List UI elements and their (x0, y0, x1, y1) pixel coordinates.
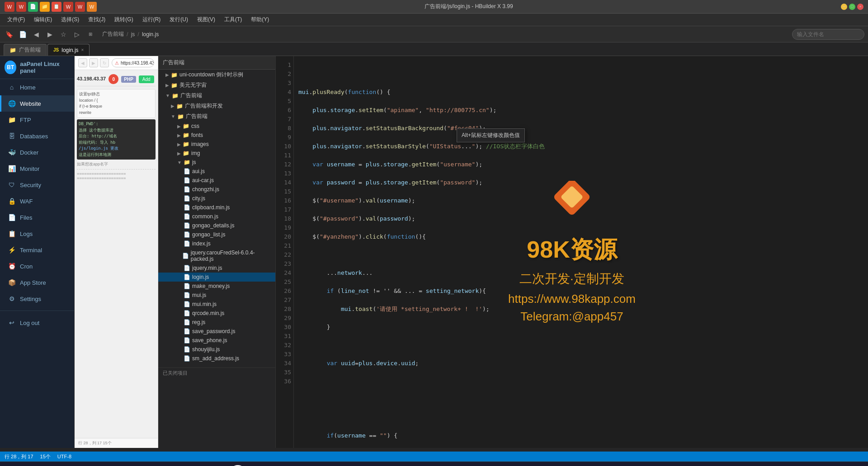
code-line-8: $("#username").val(username); (298, 197, 415, 204)
tree-item-guanggao[interactable]: ▼ 📁 广告前端 (158, 90, 275, 101)
sidebar-item-monitor[interactable]: 📊 Monitor (0, 160, 74, 177)
panel-forward-btn[interactable]: ▶ (89, 58, 98, 67)
tree-file-save-phone[interactable]: 📄save_phone.js (158, 336, 275, 345)
panel-text-line3: if (!-e $reque (79, 104, 153, 110)
panel-url-bar[interactable]: ⚠ https://43.198.43.37:8888 (112, 58, 154, 67)
sidebar-item-cron[interactable]: ⏰ Cron (0, 258, 74, 274)
toolbar-star[interactable]: ☆ (58, 29, 69, 40)
tree-item-meiyuan[interactable]: ▶ 📁 美元无字宙 (158, 80, 275, 90)
panel-back-btn[interactable]: ◀ (78, 58, 87, 67)
toolbar-icon-2[interactable]: 📄 (17, 29, 28, 40)
toolbar-play[interactable]: ▷ (71, 29, 82, 40)
sidebar-item-security[interactable]: 🛡 Security (0, 177, 74, 193)
sidebar-item-ftp[interactable]: 📁 FTP (0, 112, 74, 128)
sidebar-title: aaPanel Linux panel (20, 61, 70, 74)
sidebar-item-files[interactable]: 📄 Files (0, 209, 74, 226)
tree-item-images[interactable]: ▶ 📁 images (158, 140, 275, 149)
tree-file-mui-min[interactable]: 📄mui.min.js (158, 300, 275, 309)
breadcrumb-ad: 广告前端 (102, 30, 124, 38)
js-file-icon: 📄 (184, 168, 190, 174)
tree-file-chongzhi[interactable]: 📄chongzhi.js (158, 185, 275, 194)
js-file-icon: 📄 (184, 274, 190, 280)
tab-loginjs[interactable]: JS login.js × (47, 44, 90, 56)
tree-file-jquery-carou[interactable]: 📄jquery.carouFredSel-6.0.4-packed.js (158, 248, 275, 264)
tree-label: mui.min.js (192, 301, 217, 307)
sidebar-item-waf[interactable]: 🔒 WAF (0, 193, 74, 209)
sidebar-item-databases[interactable]: 🗄 Databases (0, 128, 74, 144)
panel-refresh-btn[interactable]: ↻ (100, 58, 109, 67)
menu-view[interactable]: 视图(V) (193, 14, 219, 25)
terminal-icon: ⚡ (8, 246, 15, 254)
code-lines[interactable]: mui.plusReady(function() { plus.storage.… (294, 56, 868, 448)
toolbar-forward[interactable]: ▶ (44, 29, 55, 40)
menu-file[interactable]: 文件(F) (4, 14, 28, 25)
tree-item-fonts[interactable]: ▶ 📁 fonts (158, 131, 275, 140)
tree-label: clipboard.min.js (192, 204, 230, 211)
js-file-icon: 📄 (184, 204, 190, 211)
tree-file-shouyijilu[interactable]: 📄shouyijilu.js (158, 345, 275, 354)
menu-select[interactable]: 选择(S) (57, 14, 83, 25)
close-button[interactable]: × (857, 4, 863, 10)
tab-guanggao[interactable]: 📁 广告前端 (4, 44, 47, 56)
tree-file-auicar[interactable]: 📄aui-car.js (158, 176, 275, 185)
sidebar-item-terminal[interactable]: ⚡ Terminal (0, 242, 74, 258)
sidebar-item-home[interactable]: ⌂ Home (0, 79, 74, 95)
tree-item-unicount[interactable]: ▶ 📁 uni-countdown 倒计时示例 (158, 70, 275, 80)
tree-item-js[interactable]: ▼ 📁 js (158, 158, 275, 167)
tree-file-qrcode[interactable]: 📄qrcode.min.js (158, 309, 275, 318)
toolbar-icon-1[interactable]: 🔖 (4, 29, 14, 40)
tree-file-save-pwd[interactable]: 📄save_password.js (158, 327, 275, 336)
toolbar-tab[interactable]: ⊞ (85, 29, 96, 40)
tree-file-login[interactable]: 📄login.js (158, 273, 275, 282)
tree-item-css[interactable]: ▶ 📁 css (158, 122, 275, 131)
menu-find[interactable]: 查找(J) (85, 14, 109, 25)
tree-file-common[interactable]: 📄common.js (158, 212, 275, 221)
tree-file-city[interactable]: 📄city.js (158, 194, 275, 203)
menu-edit[interactable]: 编辑(E) (30, 14, 56, 25)
sidebar-item-logs[interactable]: 📋 Logs (0, 226, 74, 242)
tree-file-make-money[interactable]: 📄make_money.js (158, 282, 275, 291)
tree-file-clipboard[interactable]: 📄clipboard.min.js (158, 203, 275, 212)
menu-help[interactable]: 帮助(Y) (247, 14, 273, 25)
panel-security-icon: ⚠ (115, 61, 119, 66)
scrollbar-horizontal[interactable] (0, 448, 868, 452)
menu-publish[interactable]: 发行(U) (166, 14, 192, 25)
maximize-button[interactable]: □ (849, 4, 855, 10)
tree-file-index[interactable]: 📄index.js (158, 239, 275, 248)
app-logo-orange: W (87, 2, 97, 12)
menu-run[interactable]: 运行(R) (139, 14, 165, 25)
panel-add-button[interactable]: Add (139, 75, 154, 83)
tree-label: shouyijilu.js (192, 346, 220, 353)
security-icon: 🛡 (8, 181, 15, 188)
tree-item-guanggao-dev[interactable]: ▶ 📁 广告前端和开发 (158, 101, 275, 111)
sidebar-item-docker[interactable]: 🐳 Docker (0, 144, 74, 160)
panel-content-area: ◀ ▶ ↻ ⚠ https://43.198.43.37:8888 43.198… (75, 56, 158, 448)
code-content: 12345 678910 1112131415 1617181920 21222… (276, 56, 868, 448)
tree-item-img[interactable]: ▶ 📁 img (158, 149, 275, 158)
folder-icon: 📁 (183, 141, 189, 147)
panel-top-bar: ◀ ▶ ↻ ⚠ https://43.198.43.37:8888 (75, 56, 158, 70)
minimize-button[interactable]: ─ (841, 4, 847, 10)
menu-jump[interactable]: 跳转(G) (111, 14, 137, 25)
tree-label: login.js (192, 274, 209, 280)
search-input[interactable] (792, 29, 864, 40)
tree-file-reg[interactable]: 📄reg.js (158, 318, 275, 327)
menu-tools[interactable]: 工具(T) (221, 14, 245, 25)
tree-arrow: ▶ (177, 142, 181, 147)
tree-file-jquery-min[interactable]: 📄jquery.min.js (158, 264, 275, 273)
sidebar-item-logout[interactable]: ↩ Log out (0, 315, 74, 331)
panel-notice-badge: 0 (108, 74, 118, 84)
tree-file-sm-add[interactable]: 📄sm_add_address.js (158, 354, 275, 363)
toolbar-back[interactable]: ◀ (31, 29, 42, 40)
tree-file-mui[interactable]: 📄mui.js (158, 291, 275, 300)
tree-file-gongao-list[interactable]: 📄gongao_list.js (158, 230, 275, 239)
tree-label: mui.js (192, 292, 206, 298)
sidebar-item-website[interactable]: 🌐 Website (0, 95, 74, 112)
tab-close-icon[interactable]: × (81, 47, 84, 52)
tree-file-gongao-details[interactable]: 📄gongao_details.js (158, 221, 275, 230)
tree-item-guanggao-sub[interactable]: ▼ 📁 广告前端 (158, 111, 275, 122)
sidebar-item-settings[interactable]: ⚙ Settings (0, 291, 74, 307)
sidebar-item-appstore[interactable]: 📦 App Store (0, 274, 74, 291)
tree-file-aui[interactable]: 📄aui.js (158, 167, 275, 176)
breadcrumb-js: js (131, 31, 135, 38)
